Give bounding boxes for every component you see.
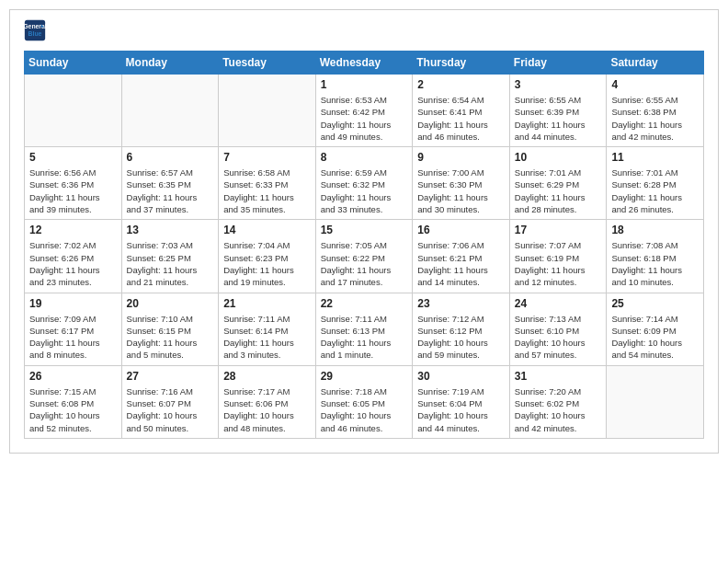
- day-number: 21: [223, 297, 311, 310]
- calendar-container: General Blue SundayMondayTuesdayWednesda…: [9, 9, 719, 454]
- calendar-table: SundayMondayTuesdayWednesdayThursdayFrid…: [24, 51, 704, 439]
- day-info: Sunrise: 7:09 AM Sunset: 6:17 PM Dayligh…: [29, 313, 117, 362]
- day-cell: 1Sunrise: 6:53 AM Sunset: 6:42 PM Daylig…: [315, 75, 413, 147]
- day-cell: 23Sunrise: 7:12 AM Sunset: 6:12 PM Dayli…: [413, 293, 510, 365]
- day-number: 17: [515, 224, 602, 236]
- day-cell: 24Sunrise: 7:13 AM Sunset: 6:10 PM Dayli…: [509, 293, 607, 365]
- day-info: Sunrise: 6:54 AM Sunset: 6:41 PM Dayligh…: [417, 94, 505, 143]
- day-cell: 31Sunrise: 7:20 AM Sunset: 6:02 PM Dayli…: [509, 365, 607, 438]
- day-info: Sunrise: 7:06 AM Sunset: 6:21 PM Dayligh…: [417, 239, 505, 288]
- day-info: Sunrise: 7:07 AM Sunset: 6:19 PM Dayligh…: [515, 239, 602, 288]
- day-info: Sunrise: 6:56 AM Sunset: 6:36 PM Dayligh…: [29, 167, 117, 215]
- day-info: Sunrise: 7:12 AM Sunset: 6:12 PM Dayligh…: [417, 313, 505, 362]
- weekday-friday: Friday: [509, 52, 607, 75]
- day-number: 8: [321, 151, 408, 164]
- day-number: 14: [223, 224, 311, 236]
- day-cell: 11Sunrise: 7:01 AM Sunset: 6:28 PM Dayli…: [607, 147, 704, 220]
- day-cell: 18Sunrise: 7:08 AM Sunset: 6:18 PM Dayli…: [607, 220, 704, 293]
- day-cell: 5Sunrise: 6:56 AM Sunset: 6:36 PM Daylig…: [25, 147, 122, 220]
- day-info: Sunrise: 7:17 AM Sunset: 6:06 PM Dayligh…: [223, 385, 311, 434]
- day-info: Sunrise: 7:19 AM Sunset: 6:04 PM Dayligh…: [417, 385, 505, 434]
- day-info: Sunrise: 6:55 AM Sunset: 6:38 PM Dayligh…: [611, 94, 699, 143]
- day-number: 9: [417, 151, 505, 164]
- day-number: 16: [417, 224, 505, 236]
- day-info: Sunrise: 7:14 AM Sunset: 6:09 PM Dayligh…: [611, 313, 699, 362]
- day-cell: [219, 75, 316, 147]
- day-info: Sunrise: 7:16 AM Sunset: 6:07 PM Dayligh…: [127, 385, 214, 434]
- weekday-tuesday: Tuesday: [219, 52, 316, 75]
- day-info: Sunrise: 7:20 AM Sunset: 6:02 PM Dayligh…: [515, 385, 602, 434]
- day-cell: 7Sunrise: 6:58 AM Sunset: 6:33 PM Daylig…: [219, 147, 316, 220]
- day-number: 28: [223, 370, 311, 383]
- day-number: 20: [127, 297, 214, 310]
- day-info: Sunrise: 7:05 AM Sunset: 6:22 PM Dayligh…: [321, 239, 408, 288]
- day-cell: 12Sunrise: 7:02 AM Sunset: 6:26 PM Dayli…: [25, 220, 122, 293]
- day-number: 6: [127, 151, 214, 164]
- day-cell: 28Sunrise: 7:17 AM Sunset: 6:06 PM Dayli…: [219, 365, 316, 438]
- day-cell: [121, 75, 219, 147]
- day-number: 7: [223, 151, 311, 164]
- day-cell: 9Sunrise: 7:00 AM Sunset: 6:30 PM Daylig…: [413, 147, 510, 220]
- day-info: Sunrise: 6:53 AM Sunset: 6:42 PM Dayligh…: [321, 94, 408, 143]
- day-number: 26: [29, 370, 117, 383]
- day-number: 19: [29, 297, 117, 310]
- day-cell: 30Sunrise: 7:19 AM Sunset: 6:04 PM Dayli…: [413, 365, 510, 438]
- logo: General Blue: [24, 19, 50, 41]
- day-cell: 21Sunrise: 7:11 AM Sunset: 6:14 PM Dayli…: [219, 293, 316, 365]
- day-number: 31: [515, 370, 602, 383]
- day-info: Sunrise: 7:11 AM Sunset: 6:13 PM Dayligh…: [321, 313, 408, 362]
- day-info: Sunrise: 7:08 AM Sunset: 6:18 PM Dayligh…: [611, 239, 699, 288]
- day-cell: 2Sunrise: 6:54 AM Sunset: 6:41 PM Daylig…: [413, 75, 510, 147]
- day-cell: 26Sunrise: 7:15 AM Sunset: 6:08 PM Dayli…: [25, 365, 122, 438]
- day-cell: 13Sunrise: 7:03 AM Sunset: 6:25 PM Dayli…: [121, 220, 219, 293]
- day-info: Sunrise: 7:02 AM Sunset: 6:26 PM Dayligh…: [29, 239, 117, 288]
- day-cell: 29Sunrise: 7:18 AM Sunset: 6:05 PM Dayli…: [315, 365, 413, 438]
- week-row-0: 1Sunrise: 6:53 AM Sunset: 6:42 PM Daylig…: [25, 75, 704, 147]
- day-number: 2: [417, 78, 505, 91]
- day-cell: 22Sunrise: 7:11 AM Sunset: 6:13 PM Dayli…: [315, 293, 413, 365]
- day-cell: 3Sunrise: 6:55 AM Sunset: 6:39 PM Daylig…: [509, 75, 607, 147]
- day-info: Sunrise: 7:15 AM Sunset: 6:08 PM Dayligh…: [29, 385, 117, 434]
- weekday-thursday: Thursday: [413, 52, 510, 75]
- svg-text:Blue: Blue: [28, 30, 42, 37]
- day-number: 3: [515, 78, 602, 91]
- day-number: 18: [611, 224, 699, 236]
- weekday-monday: Monday: [121, 52, 219, 75]
- day-number: 13: [127, 224, 214, 236]
- day-info: Sunrise: 7:03 AM Sunset: 6:25 PM Dayligh…: [127, 239, 214, 288]
- week-row-4: 26Sunrise: 7:15 AM Sunset: 6:08 PM Dayli…: [25, 365, 704, 438]
- week-row-2: 12Sunrise: 7:02 AM Sunset: 6:26 PM Dayli…: [25, 220, 704, 293]
- day-number: 5: [29, 151, 117, 164]
- day-cell: 4Sunrise: 6:55 AM Sunset: 6:38 PM Daylig…: [607, 75, 704, 147]
- header: General Blue: [24, 19, 704, 41]
- day-number: 29: [321, 370, 408, 383]
- day-cell: 16Sunrise: 7:06 AM Sunset: 6:21 PM Dayli…: [413, 220, 510, 293]
- day-info: Sunrise: 6:58 AM Sunset: 6:33 PM Dayligh…: [223, 167, 311, 215]
- day-cell: 15Sunrise: 7:05 AM Sunset: 6:22 PM Dayli…: [315, 220, 413, 293]
- day-number: 25: [611, 297, 699, 310]
- day-info: Sunrise: 7:01 AM Sunset: 6:29 PM Dayligh…: [515, 167, 602, 215]
- day-info: Sunrise: 6:59 AM Sunset: 6:32 PM Dayligh…: [321, 167, 408, 215]
- day-cell: 14Sunrise: 7:04 AM Sunset: 6:23 PM Dayli…: [219, 220, 316, 293]
- day-number: 22: [321, 297, 408, 310]
- day-info: Sunrise: 7:11 AM Sunset: 6:14 PM Dayligh…: [223, 313, 311, 362]
- day-cell: 25Sunrise: 7:14 AM Sunset: 6:09 PM Dayli…: [607, 293, 704, 365]
- day-cell: [607, 365, 704, 438]
- day-number: 24: [515, 297, 602, 310]
- day-number: 11: [611, 151, 699, 164]
- day-number: 30: [417, 370, 505, 383]
- weekday-wednesday: Wednesday: [315, 52, 413, 75]
- week-row-3: 19Sunrise: 7:09 AM Sunset: 6:17 PM Dayli…: [25, 293, 704, 365]
- day-number: 12: [29, 224, 117, 236]
- day-info: Sunrise: 7:13 AM Sunset: 6:10 PM Dayligh…: [515, 313, 602, 362]
- day-info: Sunrise: 6:55 AM Sunset: 6:39 PM Dayligh…: [515, 94, 602, 143]
- day-cell: 8Sunrise: 6:59 AM Sunset: 6:32 PM Daylig…: [315, 147, 413, 220]
- day-cell: [25, 75, 122, 147]
- logo-icon: General Blue: [24, 19, 46, 41]
- day-cell: 27Sunrise: 7:16 AM Sunset: 6:07 PM Dayli…: [121, 365, 219, 438]
- day-number: 4: [611, 78, 699, 91]
- day-info: Sunrise: 7:01 AM Sunset: 6:28 PM Dayligh…: [611, 167, 699, 215]
- day-info: Sunrise: 7:00 AM Sunset: 6:30 PM Dayligh…: [417, 167, 505, 215]
- day-cell: 19Sunrise: 7:09 AM Sunset: 6:17 PM Dayli…: [25, 293, 122, 365]
- day-cell: 10Sunrise: 7:01 AM Sunset: 6:29 PM Dayli…: [509, 147, 607, 220]
